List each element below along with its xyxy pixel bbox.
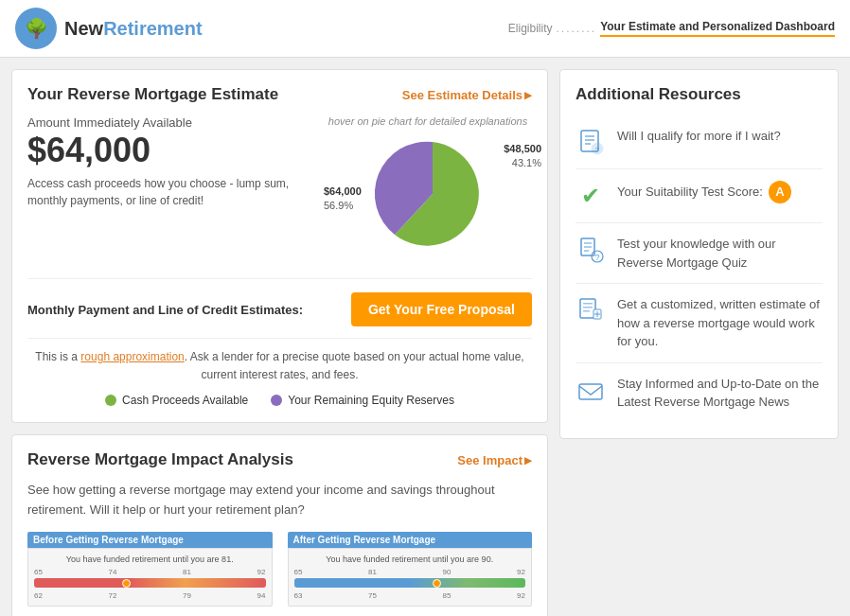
- pie-chart-container[interactable]: $64,000 56.9% $48,500 43.1%: [324, 132, 541, 265]
- svg-rect-7: [584, 242, 592, 244]
- header: 🌳 NewRetirement Eligibility ........ You…: [0, 0, 850, 58]
- disclaimer: This is a rough approximation. Ask a len…: [27, 338, 532, 384]
- breadcrumb: Eligibility ........ Your Estimate and P…: [508, 20, 835, 37]
- resource-quiz-text: Test your knowledge with our Reverse Mor…: [617, 235, 823, 272]
- rough-approximation-link[interactable]: rough approximation: [80, 350, 184, 363]
- amount-value: $64,000: [27, 132, 309, 169]
- pie-label-green: $64,000 56.9%: [324, 185, 362, 214]
- resource-item-quiz[interactable]: ? Test your knowledge with our Reverse M…: [576, 223, 823, 284]
- resource-item-news[interactable]: Stay Informed and Up-to-Date on the Late…: [576, 363, 823, 423]
- chart-area: hover on pie chart for detailed explanat…: [324, 115, 532, 265]
- pie-label-purple: $48,500 43.1%: [504, 142, 541, 171]
- score-badge: A: [769, 181, 791, 203]
- legend-purple-dot: [271, 395, 282, 406]
- estimate-icon: [576, 295, 606, 326]
- monthly-payment-row: Monthly Payment and Line of Credit Estim…: [27, 278, 532, 326]
- pie-chart: [362, 132, 504, 255]
- breadcrumb-current: Your Estimate and Personalized Dashboard: [600, 20, 835, 37]
- estimate-left: Amount Immediately Available $64,000 Acc…: [27, 115, 309, 209]
- svg-rect-13: [583, 303, 593, 305]
- suitability-check-icon: ✔: [576, 181, 606, 211]
- svg-text:?: ?: [595, 146, 600, 154]
- disclaimer-rest: . Ask a lender for a precise quote based…: [185, 350, 524, 381]
- svg-rect-15: [583, 310, 590, 312]
- breadcrumb-eligibility: Eligibility: [508, 22, 553, 35]
- after-chart-title: After Getting Reverse Mortgage: [288, 532, 533, 548]
- qualify-icon: ?: [576, 127, 606, 157]
- amount-desc: Access cash proceeds how you choose - lu…: [27, 175, 309, 209]
- impact-content: See how getting a reverse mortgage may e…: [27, 481, 532, 607]
- resource-news-text: Stay Informed and Up-to-Date on the Late…: [617, 375, 823, 412]
- after-subtitle: You have funded retirement until you are…: [294, 554, 526, 564]
- monthly-label: Monthly Payment and Line of Credit Estim…: [27, 303, 340, 317]
- resource-item-qualify[interactable]: ? Will I qualify for more if I wait?: [576, 115, 823, 169]
- breadcrumb-dots: ........: [556, 22, 596, 35]
- estimate-card-header: Your Reverse Mortgage Estimate See Estim…: [27, 85, 532, 104]
- proposal-button[interactable]: Get Your Free Proposal: [351, 292, 532, 326]
- chart-hint: hover on pie chart for detailed explanat…: [324, 115, 532, 127]
- impact-card: Reverse Mortgage Impact Analysis See Imp…: [11, 434, 548, 616]
- left-column: Your Reverse Mortgage Estimate See Estim…: [11, 69, 548, 616]
- estimate-details-link[interactable]: See Estimate Details: [402, 88, 532, 102]
- svg-rect-8: [584, 246, 592, 248]
- after-chart-body: You have funded retirement until you are…: [288, 548, 533, 607]
- before-chart-body: You have funded retirement until you are…: [27, 548, 273, 607]
- logo-area: 🌳 NewRetirement: [15, 8, 203, 49]
- logo-text: NewRetirement: [64, 18, 203, 40]
- resource-item-suitability[interactable]: ✔ Your Suitability Test Score: A: [576, 169, 823, 223]
- logo-icon: 🌳: [15, 8, 57, 49]
- svg-rect-19: [579, 384, 602, 399]
- estimate-title: Your Reverse Mortgage Estimate: [27, 85, 278, 104]
- disclaimer-text: This is a: [35, 350, 80, 363]
- right-column: Additional Resources ? Will I qualify fo…: [559, 69, 839, 616]
- news-icon: [576, 375, 606, 405]
- svg-text:?: ?: [594, 253, 599, 262]
- after-chart: After Getting Reverse Mortgage You have …: [288, 532, 533, 607]
- svg-rect-9: [584, 250, 589, 252]
- tree-icon: 🌳: [25, 17, 48, 40]
- impact-link[interactable]: See Impact: [457, 453, 532, 467]
- resource-estimate-text: Get a customized, written estimate of ho…: [617, 295, 823, 351]
- svg-rect-14: [583, 307, 593, 308]
- impact-title: Reverse Mortgage Impact Analysis: [27, 450, 293, 469]
- resources-title: Additional Resources: [576, 85, 823, 104]
- resource-suitability-text: Your Suitability Test Score: A: [617, 181, 823, 203]
- legend-green: Cash Proceeds Available: [105, 394, 248, 407]
- score-row: Your Suitability Test Score: A: [617, 181, 823, 203]
- legend-green-dot: [105, 395, 116, 406]
- main-layout: Your Reverse Mortgage Estimate See Estim…: [0, 58, 850, 616]
- legend-purple: Your Remaining Equity Reserves: [271, 394, 454, 407]
- legend-green-label: Cash Proceeds Available: [122, 394, 248, 407]
- quiz-icon: ?: [576, 235, 606, 265]
- before-chart: Before Getting Reverse Mortgage You have…: [27, 532, 273, 607]
- impact-desc: See how getting a reverse mortgage may e…: [27, 481, 532, 520]
- amount-label: Amount Immediately Available: [27, 115, 309, 130]
- resource-qualify-text: Will I qualify for more if I wait?: [617, 127, 823, 146]
- impact-charts: Before Getting Reverse Mortgage You have…: [27, 532, 532, 607]
- estimate-content: Amount Immediately Available $64,000 Acc…: [27, 115, 532, 265]
- before-chart-title: Before Getting Reverse Mortgage: [27, 532, 273, 548]
- resource-item-estimate[interactable]: Get a customized, written estimate of ho…: [576, 284, 823, 363]
- impact-card-header: Reverse Mortgage Impact Analysis See Imp…: [27, 450, 532, 469]
- estimate-card: Your Reverse Mortgage Estimate See Estim…: [11, 69, 548, 423]
- legend-purple-label: Your Remaining Equity Reserves: [288, 394, 454, 407]
- before-subtitle: You have funded retirement until you are…: [34, 554, 266, 564]
- resources-card: Additional Resources ? Will I qualify fo…: [559, 69, 839, 439]
- legend: Cash Proceeds Available Your Remaining E…: [27, 394, 532, 407]
